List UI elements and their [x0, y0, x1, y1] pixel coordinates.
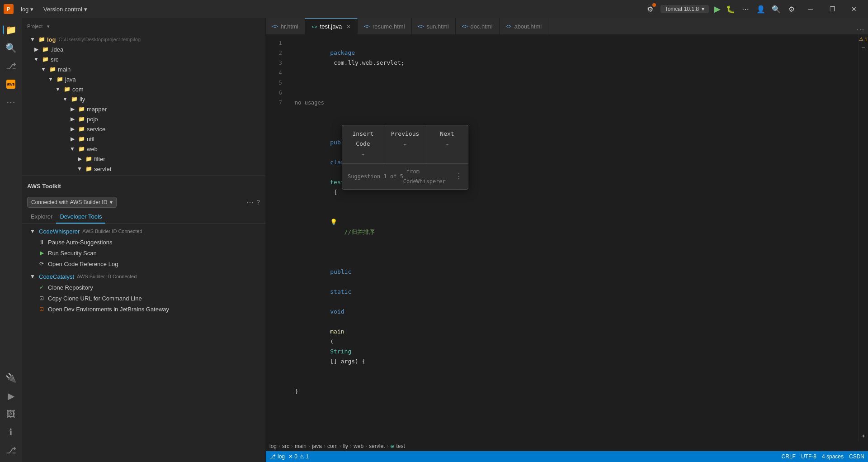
breadcrumb-src[interactable]: src: [282, 443, 289, 449]
suggestion-info: Suggestion 1 of 5 from CodeWhisperer ⋮: [342, 164, 468, 189]
activity-search[interactable]: 🔍: [3, 40, 19, 56]
tab-hr-html[interactable]: <> hr.html: [266, 18, 305, 34]
window-controls: ─ ❐ ✕: [800, 0, 864, 18]
activity-aws[interactable]: aws: [3, 76, 19, 92]
tab-bar-actions: ⋯: [856, 24, 868, 34]
tree-util[interactable]: ▶ 📁 util: [22, 134, 265, 144]
tree-java[interactable]: ▼ 📁 java: [22, 74, 265, 84]
search-icon[interactable]: 🔍: [771, 4, 781, 14]
codewhisperer-label: CodeWhisperer: [39, 228, 80, 235]
settings-icon[interactable]: ⚙: [645, 4, 655, 14]
breadcrumb-main[interactable]: main: [295, 443, 307, 449]
profile-icon[interactable]: 👤: [756, 4, 766, 14]
tree-service[interactable]: ▶ 📁 service: [22, 124, 265, 134]
status-git[interactable]: ⎇ log: [269, 453, 285, 460]
activity-run[interactable]: ▶: [3, 388, 19, 404]
folder-mapper-icon: 📁: [78, 105, 85, 113]
breadcrumb-test[interactable]: ⊕ test: [390, 443, 405, 449]
gear-icon[interactable]: ⚙: [787, 4, 797, 14]
tree-filter[interactable]: ▶ 📁 filter: [22, 154, 265, 164]
tab-test-java[interactable]: <> test.java ✕: [305, 18, 358, 34]
debug-button[interactable]: 🐛: [726, 5, 735, 14]
previous-button[interactable]: Previous ←: [384, 125, 426, 163]
aws-pause-suggestions[interactable]: ⏸ Pause Auto-Suggestions: [22, 237, 265, 248]
connected-help-icon[interactable]: ?: [256, 199, 260, 206]
aws-clone-repo[interactable]: ✓ Clone Repository: [22, 282, 265, 293]
breadcrumb-test-icon: ⊕: [390, 443, 394, 449]
tree-main[interactable]: ▼ 📁 main: [22, 64, 265, 74]
tree-src[interactable]: ▼ 📁 src: [22, 54, 265, 64]
status-crlf[interactable]: CRLF: [782, 453, 796, 460]
sidebar: Project ▾ ▼ 📁 log C:\Users\lly\Desktop\p…: [22, 18, 266, 462]
breadcrumb-com[interactable]: com: [327, 443, 338, 449]
status-errors[interactable]: ✕ 0 ⚠ 1: [288, 453, 309, 460]
warning-icon: ⚠: [859, 36, 863, 42]
activity-info[interactable]: ℹ: [3, 424, 19, 440]
code-editor[interactable]: package com.lly.web.servlet; no usages p…: [288, 34, 858, 441]
tab-doc-html[interactable]: <> doc.html: [456, 18, 500, 34]
tab-about-html[interactable]: <> about.html: [500, 18, 549, 34]
activity-image[interactable]: 🖼: [3, 406, 19, 422]
status-spaces[interactable]: 4 spaces: [822, 453, 844, 460]
tab-explorer[interactable]: Explorer: [27, 210, 56, 224]
tree-com[interactable]: ▼ 📁 com: [22, 84, 265, 94]
activity-git2[interactable]: ⎇: [3, 442, 19, 458]
sep1: ›: [278, 443, 280, 449]
aws-codewhisperer-header[interactable]: ▼ CodeWhisperer AWS Builder ID Connected: [22, 226, 265, 237]
package-name: com.lly.web.servlet;: [330, 59, 404, 66]
aws-run-security-scan[interactable]: ▶ Run Security Scan: [22, 248, 265, 258]
activity-git[interactable]: ⎇: [3, 58, 19, 74]
more-options-icon[interactable]: ⋯: [741, 4, 750, 14]
project-dropdown[interactable]: ▾: [47, 24, 50, 29]
connected-select[interactable]: Connected with AWS Builder ID ▾: [27, 197, 117, 208]
tomcat-button[interactable]: Tomcat 10.1.8 ▾: [660, 5, 709, 13]
aws-open-code-ref[interactable]: ⟳ Open Code Reference Log: [22, 258, 265, 269]
activity-plugins[interactable]: 🔌: [3, 370, 19, 386]
minimize-button[interactable]: ─: [800, 0, 821, 18]
collapse-icon-right[interactable]: −: [861, 44, 865, 51]
menu-log[interactable]: log ▾: [17, 5, 37, 14]
tab-more-icon[interactable]: ⋯: [856, 24, 864, 34]
aws-open-dev-env[interactable]: ⊡ Open Dev Environments in JetBrains Gat…: [22, 304, 265, 314]
breadcrumb-servlet[interactable]: servlet: [369, 443, 385, 449]
connected-more-icon[interactable]: ⋯: [246, 198, 254, 207]
aws-codecatalyst-header[interactable]: ▼ CodeCatalyst AWS Builder ID Connected: [22, 271, 265, 282]
tree-root[interactable]: ▼ 📁 log C:\Users\lly\Desktop\project-tem…: [22, 34, 265, 44]
breadcrumb-lly[interactable]: lly: [343, 443, 348, 449]
run-button[interactable]: ▶: [714, 4, 721, 14]
breadcrumb-web[interactable]: web: [354, 443, 363, 449]
suggestion-more-icon[interactable]: ⋮: [455, 171, 462, 181]
folder-filter-icon: 📁: [85, 155, 92, 162]
run-scan-label: Run Security Scan: [48, 250, 97, 257]
aws-copy-clone-url[interactable]: ⊡ Copy Clone URL for Command Line: [22, 293, 265, 304]
breadcrumb-log[interactable]: log: [269, 443, 277, 449]
tab-doc-label: doc.html: [470, 23, 492, 30]
activity-explorer[interactable]: 📁: [3, 22, 19, 38]
menu-version-control[interactable]: Version control ▾: [40, 5, 91, 14]
tree-mapper-label: mapper: [87, 106, 107, 113]
tree-idea[interactable]: ▶ 📁 .idea: [22, 44, 265, 54]
expand-main-icon: ▼: [40, 66, 47, 73]
tab-resume-html[interactable]: <> resume.html: [358, 18, 411, 34]
next-button[interactable]: Next →: [426, 125, 468, 163]
tree-mapper[interactable]: ▶ 📁 mapper: [22, 104, 265, 114]
tab-developer-tools[interactable]: Developer Tools: [56, 210, 105, 224]
status-csdn[interactable]: CSDN: [849, 453, 864, 460]
activity-more[interactable]: ⋯: [3, 94, 19, 110]
tree-lly[interactable]: ▼ 📁 lly: [22, 94, 265, 104]
tree-servlet[interactable]: ▼ 📁 servlet: [22, 164, 265, 174]
insert-code-button[interactable]: Insert Code →: [342, 125, 384, 163]
close-button[interactable]: ✕: [844, 0, 864, 18]
breadcrumb-java[interactable]: java: [312, 443, 322, 449]
tab-sun-html[interactable]: <> sun.html: [412, 18, 456, 34]
line-num-4: 4: [266, 68, 282, 78]
tab-test-close[interactable]: ✕: [346, 24, 351, 30]
folder-web-icon: 📁: [78, 145, 85, 152]
tomcat-chevron: ▾: [702, 6, 704, 12]
tree-pojo[interactable]: ▶ 📁 pojo: [22, 114, 265, 124]
tree-web[interactable]: ▼ 📁 web: [22, 144, 265, 154]
maximize-button[interactable]: ❐: [822, 0, 843, 18]
status-encoding[interactable]: UTF-8: [801, 453, 816, 460]
tab-test-label: test.java: [320, 23, 342, 30]
code-ref-label: Open Code Reference Log: [48, 261, 118, 267]
